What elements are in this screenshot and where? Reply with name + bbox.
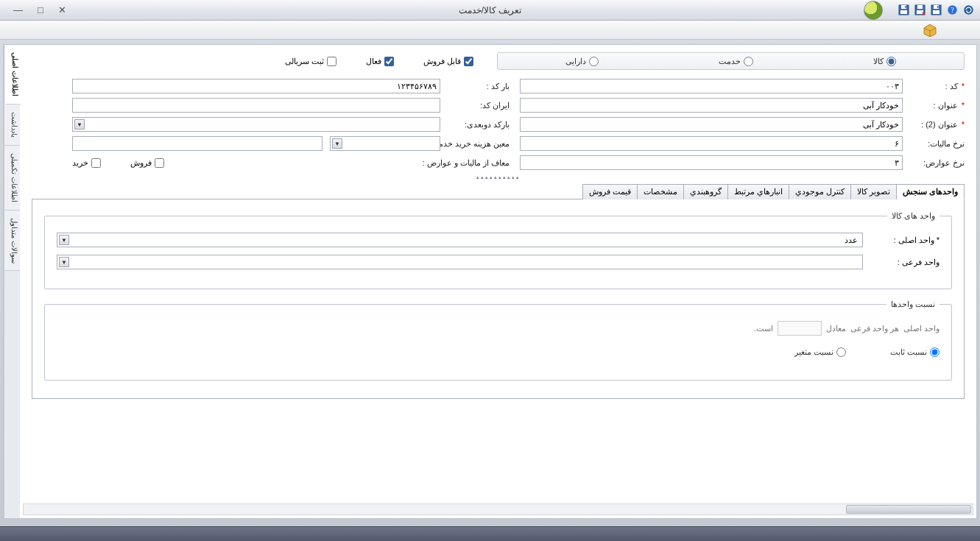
svg-point-0 — [964, 5, 973, 14]
save-close-icon[interactable] — [914, 4, 926, 16]
app-logo-icon — [864, 1, 883, 20]
serial-checkbox[interactable]: ثبت سریالی — [285, 57, 336, 66]
title-input[interactable] — [520, 98, 903, 113]
exempt-buy-checkbox[interactable]: خرید — [72, 158, 101, 168]
side-tab-extra-info[interactable]: اطلاعات تکمیلی — [4, 146, 20, 211]
tab-warehouses[interactable]: انبارهاي مرتبط — [727, 184, 789, 199]
svg-text:?: ? — [951, 6, 954, 14]
taxrate-input[interactable] — [520, 136, 903, 151]
taxrate-label: نرخ مالیات: — [913, 139, 965, 149]
collapse-toggle[interactable]: ▴▴▴▴▴▴▴▴▴▴ — [32, 174, 965, 180]
dutyrate-input[interactable] — [520, 155, 903, 170]
content: کالا خدمت دارایی قابل فروش فعال ثبت سریا… — [20, 45, 976, 518]
irancode-label: ایران کد: — [451, 101, 510, 110]
barcode2d-label: بارکد دوبعدی: — [451, 120, 510, 130]
horizontal-scrollbar[interactable] — [23, 503, 973, 515]
type-service-radio[interactable]: خدمت — [719, 57, 753, 66]
saleable-checkbox[interactable]: قابل فروش — [423, 57, 473, 66]
main-unit-label: * واحد اصلی : — [873, 236, 940, 245]
purchaseacc-label: معین هزینه خرید خدمت: — [451, 139, 510, 149]
svg-rect-13 — [900, 10, 907, 14]
units-group-legend: واحد های کالا — [887, 211, 940, 221]
save-new-icon[interactable] — [930, 4, 942, 16]
lower-content: واحد های کالا * واحد اصلی : عدد▼ واحد فر… — [32, 199, 965, 399]
tab-stock[interactable]: کنترل موجودي — [789, 184, 851, 199]
chevron-down-icon: ▼ — [332, 138, 342, 149]
side-tab-notes[interactable]: یادداشت — [4, 105, 20, 146]
window-title: تعریف کالا/خدمت — [459, 5, 522, 15]
main-panel: کالا خدمت دارایی قابل فروش فعال ثبت سریا… — [3, 44, 977, 519]
code-label: * کد : — [913, 82, 965, 91]
title-label: * عنوان : — [913, 101, 965, 110]
type-asset-radio[interactable]: دارایی — [565, 57, 599, 66]
side-tab-main-info[interactable]: اطلاعات اصلی — [5, 45, 21, 105]
tab-image[interactable]: تصویر کالا — [850, 184, 897, 199]
exempt-label: معاف از مالیات و عوارض : — [451, 158, 510, 168]
package-icon[interactable] — [923, 24, 937, 37]
chevron-down-icon: ▼ — [59, 257, 69, 267]
units-group: واحد های کالا * واحد اصلی : عدد▼ واحد فر… — [44, 211, 952, 289]
side-tab-faq[interactable]: سوالات متداول — [4, 211, 20, 272]
sub-unit-select[interactable]: ▼ — [57, 255, 863, 269]
main-unit-select[interactable]: عدد▼ — [57, 233, 863, 247]
scrollbar-thumb[interactable] — [846, 505, 971, 514]
active-checkbox[interactable]: فعال — [366, 57, 394, 66]
lower-tabs: واحدهای سنجش تصویر کالا کنترل موجودي انب… — [32, 183, 965, 199]
type-goods-radio[interactable]: کالا — [873, 57, 896, 66]
sub-unit-label: واحد فرعی : — [873, 258, 940, 267]
ratio-group: نسبت واحدها واحد اصلی هر واحد فرعی معادل… — [44, 300, 952, 381]
barcode-input[interactable] — [72, 79, 440, 93]
maximize-icon[interactable]: □ — [38, 5, 43, 15]
ratio-sentence: واحد اصلی هر واحد فرعی معادل است. — [57, 321, 940, 336]
svg-rect-12 — [905, 6, 906, 8]
ratio-variable-radio[interactable]: نسبت متغیر — [794, 347, 846, 357]
subbar — [0, 21, 980, 40]
tab-grouping[interactable]: گروهبندي — [683, 184, 728, 199]
ratio-group-legend: نسبت واحدها — [886, 300, 940, 309]
close-icon[interactable]: ✕ — [58, 5, 66, 15]
item-type-group: کالا خدمت دارایی — [497, 52, 965, 70]
irancode-input[interactable] — [72, 98, 440, 113]
svg-rect-8 — [917, 5, 923, 9]
barcode2d-select[interactable]: ▼ — [72, 117, 440, 132]
chevron-down-icon: ▼ — [74, 119, 85, 130]
ratio-value-input[interactable] — [778, 321, 822, 336]
minimize-icon[interactable]: — — [13, 5, 23, 15]
ratio-fixed-radio[interactable]: نسبت ثابت — [890, 347, 940, 357]
dutyrate-label: نرخ عوارض: — [913, 158, 965, 168]
refresh-icon[interactable] — [962, 4, 974, 16]
svg-rect-5 — [937, 6, 939, 8]
purchaseacc-input[interactable] — [72, 136, 322, 151]
code-input[interactable] — [520, 79, 903, 93]
barcode-label: بار کد : — [451, 82, 510, 91]
purchaseacc-select-1[interactable]: ▼ — [330, 136, 440, 151]
title2-input[interactable] — [520, 117, 903, 132]
chevron-down-icon: ▼ — [59, 235, 69, 245]
help-icon[interactable]: ? — [946, 4, 958, 16]
status-bar — [0, 526, 980, 541]
tab-specs[interactable]: مشخصات — [637, 184, 684, 199]
tab-saleprice[interactable]: قیمت فروش — [582, 184, 638, 199]
save-icon[interactable] — [898, 4, 909, 16]
titlebar: ✕ □ — تعریف کالا/خدمت ? — [0, 0, 980, 21]
exempt-sale-checkbox[interactable]: فروش — [130, 158, 164, 168]
title2-label: * عنوان (2) : — [913, 120, 965, 130]
side-tabs: اطلاعات اصلی یادداشت اطلاعات تکمیلی سوال… — [4, 45, 20, 518]
svg-rect-6 — [933, 10, 940, 14]
tab-units[interactable]: واحدهای سنجش — [896, 184, 965, 199]
